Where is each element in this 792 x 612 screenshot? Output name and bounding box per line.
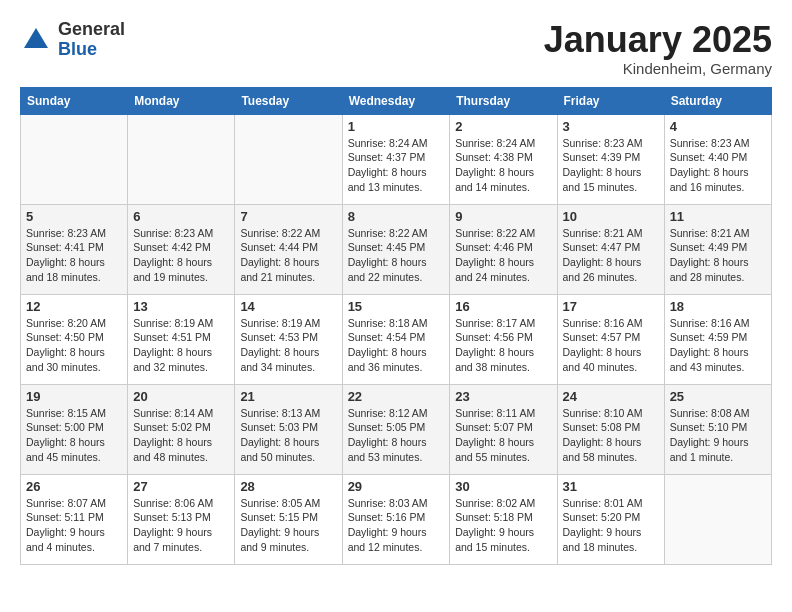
- calendar-day-cell: 22Sunrise: 8:12 AM Sunset: 5:05 PM Dayli…: [342, 384, 450, 474]
- calendar-day-cell: 25Sunrise: 8:08 AM Sunset: 5:10 PM Dayli…: [664, 384, 771, 474]
- day-number: 2: [455, 119, 551, 134]
- day-info: Sunrise: 8:03 AM Sunset: 5:16 PM Dayligh…: [348, 496, 445, 555]
- calendar-day-cell: 23Sunrise: 8:11 AM Sunset: 5:07 PM Dayli…: [450, 384, 557, 474]
- calendar-day-cell: 11Sunrise: 8:21 AM Sunset: 4:49 PM Dayli…: [664, 204, 771, 294]
- logo-icon: [20, 24, 52, 56]
- calendar-day-cell: [128, 114, 235, 204]
- day-info: Sunrise: 8:24 AM Sunset: 4:38 PM Dayligh…: [455, 136, 551, 195]
- calendar-day-cell: 17Sunrise: 8:16 AM Sunset: 4:57 PM Dayli…: [557, 294, 664, 384]
- day-number: 14: [240, 299, 336, 314]
- day-info: Sunrise: 8:06 AM Sunset: 5:13 PM Dayligh…: [133, 496, 229, 555]
- calendar-day-cell: 4Sunrise: 8:23 AM Sunset: 4:40 PM Daylig…: [664, 114, 771, 204]
- day-info: Sunrise: 8:16 AM Sunset: 4:57 PM Dayligh…: [563, 316, 659, 375]
- calendar-day-cell: 18Sunrise: 8:16 AM Sunset: 4:59 PM Dayli…: [664, 294, 771, 384]
- weekday-header-wednesday: Wednesday: [342, 87, 450, 114]
- day-info: Sunrise: 8:14 AM Sunset: 5:02 PM Dayligh…: [133, 406, 229, 465]
- day-info: Sunrise: 8:13 AM Sunset: 5:03 PM Dayligh…: [240, 406, 336, 465]
- day-info: Sunrise: 8:15 AM Sunset: 5:00 PM Dayligh…: [26, 406, 122, 465]
- calendar-table: SundayMondayTuesdayWednesdayThursdayFrid…: [20, 87, 772, 565]
- month-title: January 2025: [544, 20, 772, 60]
- day-number: 13: [133, 299, 229, 314]
- weekday-header-saturday: Saturday: [664, 87, 771, 114]
- day-number: 8: [348, 209, 445, 224]
- day-number: 4: [670, 119, 766, 134]
- calendar-day-cell: 7Sunrise: 8:22 AM Sunset: 4:44 PM Daylig…: [235, 204, 342, 294]
- calendar-day-cell: 20Sunrise: 8:14 AM Sunset: 5:02 PM Dayli…: [128, 384, 235, 474]
- calendar-week-row: 12Sunrise: 8:20 AM Sunset: 4:50 PM Dayli…: [21, 294, 772, 384]
- logo-blue-text: Blue: [58, 40, 125, 60]
- day-info: Sunrise: 8:08 AM Sunset: 5:10 PM Dayligh…: [670, 406, 766, 465]
- day-info: Sunrise: 8:21 AM Sunset: 4:47 PM Dayligh…: [563, 226, 659, 285]
- calendar-day-cell: 8Sunrise: 8:22 AM Sunset: 4:45 PM Daylig…: [342, 204, 450, 294]
- day-number: 3: [563, 119, 659, 134]
- calendar-day-cell: 19Sunrise: 8:15 AM Sunset: 5:00 PM Dayli…: [21, 384, 128, 474]
- day-number: 31: [563, 479, 659, 494]
- day-number: 9: [455, 209, 551, 224]
- day-info: Sunrise: 8:02 AM Sunset: 5:18 PM Dayligh…: [455, 496, 551, 555]
- calendar-week-row: 1Sunrise: 8:24 AM Sunset: 4:37 PM Daylig…: [21, 114, 772, 204]
- day-info: Sunrise: 8:23 AM Sunset: 4:40 PM Dayligh…: [670, 136, 766, 195]
- calendar-day-cell: 21Sunrise: 8:13 AM Sunset: 5:03 PM Dayli…: [235, 384, 342, 474]
- day-info: Sunrise: 8:18 AM Sunset: 4:54 PM Dayligh…: [348, 316, 445, 375]
- calendar-week-row: 26Sunrise: 8:07 AM Sunset: 5:11 PM Dayli…: [21, 474, 772, 564]
- day-info: Sunrise: 8:01 AM Sunset: 5:20 PM Dayligh…: [563, 496, 659, 555]
- weekday-header-sunday: Sunday: [21, 87, 128, 114]
- logo-text: General Blue: [58, 20, 125, 60]
- day-number: 27: [133, 479, 229, 494]
- calendar-day-cell: 28Sunrise: 8:05 AM Sunset: 5:15 PM Dayli…: [235, 474, 342, 564]
- day-info: Sunrise: 8:19 AM Sunset: 4:51 PM Dayligh…: [133, 316, 229, 375]
- calendar-day-cell: 15Sunrise: 8:18 AM Sunset: 4:54 PM Dayli…: [342, 294, 450, 384]
- day-info: Sunrise: 8:23 AM Sunset: 4:42 PM Dayligh…: [133, 226, 229, 285]
- day-number: 18: [670, 299, 766, 314]
- day-number: 12: [26, 299, 122, 314]
- calendar-day-cell: 26Sunrise: 8:07 AM Sunset: 5:11 PM Dayli…: [21, 474, 128, 564]
- calendar-day-cell: 13Sunrise: 8:19 AM Sunset: 4:51 PM Dayli…: [128, 294, 235, 384]
- day-number: 19: [26, 389, 122, 404]
- logo: General Blue: [20, 20, 125, 60]
- day-number: 15: [348, 299, 445, 314]
- calendar-day-cell: 14Sunrise: 8:19 AM Sunset: 4:53 PM Dayli…: [235, 294, 342, 384]
- title-block: January 2025 Kindenheim, Germany: [544, 20, 772, 77]
- day-number: 30: [455, 479, 551, 494]
- day-number: 23: [455, 389, 551, 404]
- day-number: 7: [240, 209, 336, 224]
- calendar-day-cell: [664, 474, 771, 564]
- calendar-day-cell: 31Sunrise: 8:01 AM Sunset: 5:20 PM Dayli…: [557, 474, 664, 564]
- calendar-day-cell: 27Sunrise: 8:06 AM Sunset: 5:13 PM Dayli…: [128, 474, 235, 564]
- day-number: 28: [240, 479, 336, 494]
- calendar-day-cell: [21, 114, 128, 204]
- day-info: Sunrise: 8:16 AM Sunset: 4:59 PM Dayligh…: [670, 316, 766, 375]
- day-number: 10: [563, 209, 659, 224]
- day-number: 17: [563, 299, 659, 314]
- day-info: Sunrise: 8:24 AM Sunset: 4:37 PM Dayligh…: [348, 136, 445, 195]
- day-info: Sunrise: 8:23 AM Sunset: 4:41 PM Dayligh…: [26, 226, 122, 285]
- calendar-day-cell: 24Sunrise: 8:10 AM Sunset: 5:08 PM Dayli…: [557, 384, 664, 474]
- day-number: 25: [670, 389, 766, 404]
- page-header: General Blue January 2025 Kindenheim, Ge…: [20, 20, 772, 77]
- day-info: Sunrise: 8:22 AM Sunset: 4:46 PM Dayligh…: [455, 226, 551, 285]
- calendar-day-cell: 9Sunrise: 8:22 AM Sunset: 4:46 PM Daylig…: [450, 204, 557, 294]
- calendar-day-cell: [235, 114, 342, 204]
- day-info: Sunrise: 8:22 AM Sunset: 4:44 PM Dayligh…: [240, 226, 336, 285]
- day-info: Sunrise: 8:20 AM Sunset: 4:50 PM Dayligh…: [26, 316, 122, 375]
- day-info: Sunrise: 8:19 AM Sunset: 4:53 PM Dayligh…: [240, 316, 336, 375]
- weekday-header-thursday: Thursday: [450, 87, 557, 114]
- logo-general-text: General: [58, 20, 125, 40]
- day-info: Sunrise: 8:23 AM Sunset: 4:39 PM Dayligh…: [563, 136, 659, 195]
- calendar-week-row: 19Sunrise: 8:15 AM Sunset: 5:00 PM Dayli…: [21, 384, 772, 474]
- weekday-header-tuesday: Tuesday: [235, 87, 342, 114]
- day-info: Sunrise: 8:21 AM Sunset: 4:49 PM Dayligh…: [670, 226, 766, 285]
- day-number: 26: [26, 479, 122, 494]
- calendar-day-cell: 12Sunrise: 8:20 AM Sunset: 4:50 PM Dayli…: [21, 294, 128, 384]
- day-number: 11: [670, 209, 766, 224]
- calendar-day-cell: 30Sunrise: 8:02 AM Sunset: 5:18 PM Dayli…: [450, 474, 557, 564]
- calendar-day-cell: 29Sunrise: 8:03 AM Sunset: 5:16 PM Dayli…: [342, 474, 450, 564]
- day-number: 24: [563, 389, 659, 404]
- day-number: 1: [348, 119, 445, 134]
- weekday-header-friday: Friday: [557, 87, 664, 114]
- day-number: 16: [455, 299, 551, 314]
- calendar-day-cell: 1Sunrise: 8:24 AM Sunset: 4:37 PM Daylig…: [342, 114, 450, 204]
- weekday-header-row: SundayMondayTuesdayWednesdayThursdayFrid…: [21, 87, 772, 114]
- calendar-day-cell: 10Sunrise: 8:21 AM Sunset: 4:47 PM Dayli…: [557, 204, 664, 294]
- svg-marker-0: [24, 28, 48, 48]
